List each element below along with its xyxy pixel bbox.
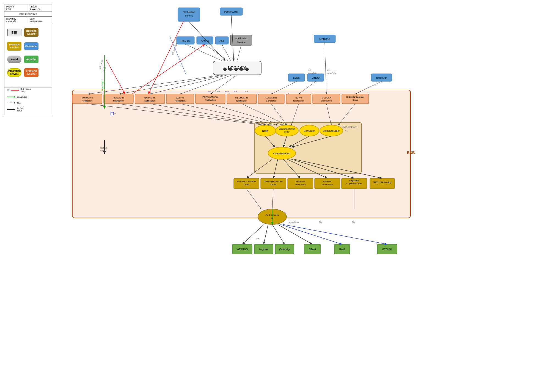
wearng-bot-text: WEARNG <box>237 248 248 251</box>
pisces-text: PISCES <box>181 39 190 42</box>
label-default-flow2: Flow <box>100 149 105 152</box>
legend-esb-row: ESB Backend-Adapter <box>7 28 49 37</box>
drawn-by-label: drawn bymcastelli <box>4 17 28 24</box>
main-container: systemESB projectProject-X ESB X Service… <box>0 0 559 392</box>
spam-bot-text: SPAM <box>309 248 316 251</box>
label-soap-http-2: soap/http <box>327 72 336 74</box>
label-file-pisces: File <box>208 90 211 93</box>
legend-integration-row: IntegrationService Frontend-Adapter <box>7 68 49 77</box>
naras-pre-text1: NARASPre <box>144 97 156 99</box>
project-value: Project-X <box>30 8 40 11</box>
order-mgr-op-text2: Order <box>353 99 358 101</box>
legend-portal-row: Portal Provider <box>7 56 49 63</box>
services-label: ESB X Services <box>4 12 52 17</box>
legend-default-label: DefaultFlow <box>17 107 24 112</box>
vinod-text: VINOD <box>312 76 320 79</box>
medusa-sorting-text: MEDUSASorting <box>373 181 391 184</box>
legs-label-text2: Generated <box>266 100 276 102</box>
legend-consumer-shape: Consumer <box>24 42 38 50</box>
esb-label: ESB <box>407 150 415 155</box>
asb-pre-text1: ASBPre <box>176 97 184 99</box>
legend-backend-shape: Backend-Adapter <box>24 28 38 37</box>
logistics-text1: Logisctics <box>349 179 359 182</box>
svg-marker-5 <box>14 102 15 104</box>
vamos-text1: VAMOSPre <box>82 97 93 99</box>
legend-message-shape: MessageService <box>7 42 21 51</box>
arrow-notif-legacy <box>148 21 183 94</box>
medusa-top-text: MEDUSA <box>320 38 330 40</box>
legend-portal-shape: Portal <box>7 56 21 63</box>
date-value: 2017-04-10 <box>30 20 43 23</box>
legend-soap-label: soap/https <box>17 96 27 98</box>
project-label: projectProject-X <box>28 4 52 12</box>
order-mgr-op-text1: OrderMgrOperator <box>346 96 364 98</box>
medusa-pre-text2: Notification <box>236 100 247 102</box>
notification-service-mid-text1: Notification <box>235 37 247 40</box>
notification-service-mid-box <box>230 35 252 45</box>
label-soap-https: soap/https <box>101 81 104 91</box>
arrow-jms2-ram <box>280 224 342 244</box>
arrow-pisces-legacy <box>185 44 223 61</box>
portal-pre-text2: Notification <box>205 99 216 101</box>
system-value: ESB <box>6 8 11 11</box>
label-file-medusa: File <box>245 90 248 93</box>
medusa-dist-text2: Distribution <box>321 100 332 102</box>
svg-marker-1 <box>18 89 19 91</box>
svg-marker-3 <box>14 96 15 98</box>
notify-text: Notify <box>262 130 269 132</box>
wearng-customer-text1: WEARNGCustomer <box>237 180 256 183</box>
order-mgr-customer-text2: Order <box>271 183 276 186</box>
arrow-medusa-top-dist <box>325 43 326 94</box>
label-file-naras: File <box>217 90 220 93</box>
bd-pre-text2: Notification <box>293 100 304 102</box>
legend-provider-shape: Provider <box>24 56 38 63</box>
wearng-customer-text2: Order <box>244 183 249 186</box>
legend-integration-shape: IntegrationService <box>7 68 21 77</box>
file-connector-square <box>111 112 114 115</box>
sort-order-text: SortOrder <box>304 130 315 132</box>
label-cb-soap-2: CB <box>327 69 330 72</box>
label-file-jms2-bot: File <box>256 237 259 240</box>
legs-text: LEGS <box>293 76 300 79</box>
diagram-svg: ESB JMS Instance #1 Notification Service… <box>52 0 558 392</box>
asb-pre-text2: Notification <box>175 100 186 102</box>
spam-pre-text2: Notification <box>295 183 306 186</box>
system-label: systemESB <box>4 4 28 12</box>
legend-esb-shape: ESB <box>7 29 21 36</box>
arrow-jms2-wearng <box>242 224 264 244</box>
asb-text: ASB <box>219 39 224 42</box>
drawn-by-value: mcastelli <box>6 20 16 23</box>
label-default-flow1: Default <box>100 147 108 149</box>
label-soap-http-1: soap/http <box>308 72 317 74</box>
notification-service-top-text1: Notification <box>183 11 195 13</box>
notification-service-top-text2: Service <box>185 14 193 17</box>
vamos-text2: Notification <box>82 100 93 102</box>
label-soap-jms2: soap/https <box>289 221 299 223</box>
pisces-pre-text2: Notification <box>113 100 124 102</box>
label-file-portal: File <box>234 90 237 93</box>
svg-text:#1: #1 <box>345 129 348 132</box>
legend-message-row: MessageService Consumer <box>7 42 49 51</box>
portal-pre-text1: PORTALMgrPre <box>202 96 218 98</box>
label-file-asb: File <box>225 90 229 93</box>
legs-label-text1: LEGSLabel <box>266 97 277 99</box>
arrow-naras-legacy2 <box>205 44 228 61</box>
naras-pre-text2: Notification <box>144 100 155 102</box>
legend-box: systemESB projectProject-X ESB X Service… <box>4 4 52 115</box>
legend-file-label: File <box>17 102 21 104</box>
arrow-notif-mid-legacy <box>237 45 241 61</box>
legend-gb-label: GB - soap/http <box>21 88 31 93</box>
date-label: date2017-04-10 <box>28 17 52 24</box>
label-file-jms2-2: File <box>352 221 356 223</box>
arrow-jms2-logicent <box>264 224 268 244</box>
spam-pre-text1: SPAMPre <box>296 180 305 183</box>
ramp-pre-text1: RAMPre <box>323 180 332 183</box>
order-mgr-customer-text1: OrderMgrCustomer <box>264 180 283 183</box>
label-cb-soap-1: CB <box>308 69 311 72</box>
medusa-pre-text1: MEDUSAPre <box>235 97 248 99</box>
svg-marker-7 <box>14 109 15 110</box>
ram-bot-text: RAM <box>339 248 345 251</box>
medusa-bot-text: MEDUSA <box>382 248 393 251</box>
arrow-naras-legacy <box>132 44 205 94</box>
label-gb-soap: GB - soap <box>98 59 103 70</box>
